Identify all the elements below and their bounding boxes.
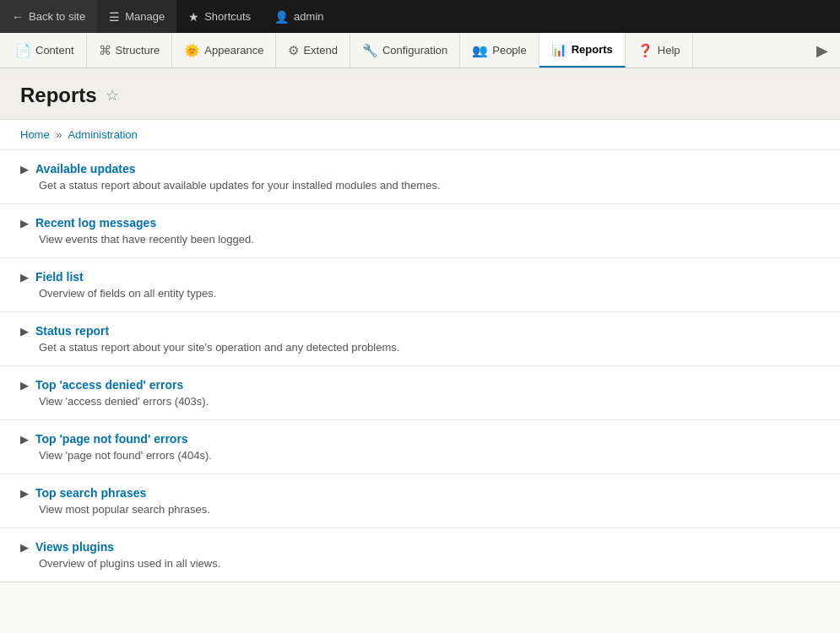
manage-label: Manage [125,10,165,23]
report-title-row: ▶Available updates [20,162,820,176]
extend-icon: ⚙ [288,43,299,58]
tab-configuration[interactable]: 🔧 Configuration [350,33,460,68]
reports-icon: 📊 [551,42,567,57]
content-icon: 📄 [15,43,31,58]
list-item: ▶Top 'page not found' errorsView 'page n… [0,420,840,474]
breadcrumb-separator: » [56,128,62,141]
admin-user-button[interactable]: 👤 admin [263,0,335,33]
report-title-link[interactable]: Top 'page not found' errors [35,432,188,446]
appearance-icon: 🌞 [184,43,200,58]
report-description: Overview of fields on all entity types. [39,287,820,300]
report-description: Overview of plugins used in all views. [39,557,820,570]
report-title-row: ▶Views plugins [20,540,820,554]
help-icon: ❓ [637,43,653,58]
report-arrow-icon: ▶ [20,433,29,446]
people-icon: 👥 [472,43,488,58]
tab-help-label: Help [658,44,680,57]
tab-reports[interactable]: 📊 Reports [539,33,626,68]
nav-tabs: 📄 Content ⌘ Structure 🌞 Appearance ⚙ Ext… [0,33,840,68]
back-to-site-button[interactable]: ← Back to site [0,0,97,33]
breadcrumb: Home » Administration [0,120,840,150]
shortcuts-label: Shortcuts [204,10,251,23]
menu-icon: ☰ [109,10,120,24]
tab-appearance-label: Appearance [204,44,263,57]
list-item: ▶Top search phrasesView most popular sea… [0,474,840,528]
report-arrow-icon: ▶ [20,541,29,554]
report-title-link[interactable]: Top search phrases [35,486,146,500]
breadcrumb-admin-link[interactable]: Administration [68,128,137,141]
report-description: Get a status report about available upda… [39,179,820,192]
report-description: View 'page not found' errors (404s). [39,449,820,462]
manage-button[interactable]: ☰ Manage [97,0,176,33]
back-to-site-label: Back to site [29,10,85,23]
report-title-row: ▶Top search phrases [20,486,820,500]
list-item: ▶Views pluginsOverview of plugins used i… [0,528,840,582]
tab-people[interactable]: 👥 People [460,33,539,68]
report-description: View most popular search phrases. [39,503,820,516]
report-title-link[interactable]: Recent log messages [35,216,156,230]
report-title-row: ▶Status report [20,324,820,338]
report-title-link[interactable]: Status report [35,324,109,338]
page-title: Reports [20,84,97,107]
shortcuts-button[interactable]: ★ Shortcuts [176,0,263,33]
report-arrow-icon: ▶ [20,163,29,176]
report-arrow-icon: ▶ [20,325,29,338]
tab-appearance[interactable]: 🌞 Appearance [172,33,276,68]
list-item: ▶Top 'access denied' errorsView 'access … [0,366,840,420]
list-item: ▶Field listOverview of fields on all ent… [0,258,840,312]
report-title-link[interactable]: Field list [35,270,84,284]
report-arrow-icon: ▶ [20,271,29,284]
report-arrow-icon: ▶ [20,217,29,230]
list-item: ▶Recent log messagesView events that hav… [0,204,840,258]
tab-structure-label: Structure [116,44,160,57]
page-title-area: Reports ☆ [0,68,840,120]
report-title-row: ▶Field list [20,270,820,284]
back-arrow-icon: ← [12,10,24,24]
report-description: View 'access denied' errors (403s). [39,395,820,408]
report-title-link[interactable]: Available updates [35,162,136,176]
page-content: Reports ☆ Home » Administration ▶Availab… [0,68,840,633]
report-title-row: ▶Recent log messages [20,216,820,230]
tab-extend[interactable]: ⚙ Extend [276,33,350,68]
tab-people-label: People [492,44,526,57]
tab-structure[interactable]: ⌘ Structure [87,33,173,68]
tab-extend-label: Extend [303,44,337,57]
structure-icon: ⌘ [99,43,111,58]
list-item: ▶Available updatesGet a status report ab… [0,150,840,204]
report-title-row: ▶Top 'page not found' errors [20,432,820,446]
tab-reports-label: Reports [572,43,613,56]
report-title-row: ▶Top 'access denied' errors [20,378,820,392]
user-icon: 👤 [274,10,289,24]
star-icon-bar: ★ [188,10,199,24]
nav-collapse-button[interactable]: ▶ [808,41,837,60]
report-title-link[interactable]: Top 'access denied' errors [35,378,183,392]
favorite-star-icon[interactable]: ☆ [106,86,119,105]
report-title-link[interactable]: Views plugins [35,540,114,554]
report-list: ▶Available updatesGet a status report ab… [0,150,840,582]
tab-configuration-label: Configuration [382,44,447,57]
list-item: ▶Status reportGet a status report about … [0,312,840,366]
tab-help[interactable]: ❓ Help [626,33,693,68]
configuration-icon: 🔧 [362,43,378,58]
admin-bar: ← Back to site ☰ Manage ★ Shortcuts 👤 ad… [0,0,840,33]
report-description: View events that have recently been logg… [39,233,820,246]
tab-content[interactable]: 📄 Content [3,33,87,68]
report-description: Get a status report about your site's op… [39,341,820,354]
admin-label: admin [294,10,323,23]
report-arrow-icon: ▶ [20,379,29,392]
tab-content-label: Content [35,44,74,57]
report-arrow-icon: ▶ [20,487,29,500]
breadcrumb-home-link[interactable]: Home [20,128,50,141]
